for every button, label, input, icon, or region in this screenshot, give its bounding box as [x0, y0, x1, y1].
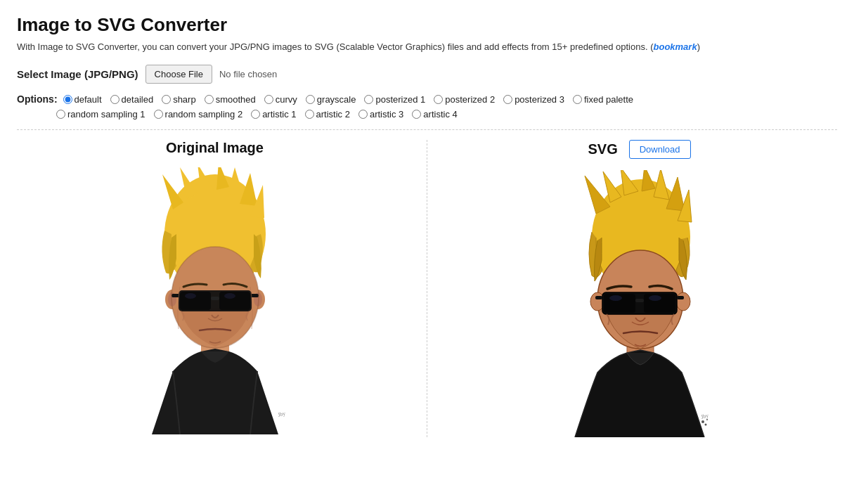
svg-point-49 — [704, 424, 706, 426]
svg-rect-45 — [595, 296, 602, 299]
option-opt-posterized2[interactable]: posterized 2 — [434, 94, 495, 105]
label-opt-posterized1[interactable]: posterized 1 — [375, 94, 425, 105]
label-opt-detailed[interactable]: detailed — [122, 94, 154, 105]
svg-point-43 — [609, 295, 622, 301]
radio-opt-randomsampling1[interactable] — [56, 110, 65, 119]
options-row2-container: random sampling 1random sampling 2artist… — [56, 109, 466, 119]
svg-output: Jby — [534, 170, 745, 437]
svg-image: Jby — [534, 170, 745, 437]
radio-opt-artistic3[interactable] — [358, 110, 368, 119]
option-opt-randomsampling2[interactable]: random sampling 2 — [154, 109, 243, 119]
option-opt-default[interactable]: default — [63, 94, 102, 105]
choose-file-button[interactable]: Choose File — [145, 65, 212, 84]
radio-opt-curvy[interactable] — [264, 95, 273, 104]
original-title-row: Original Image — [17, 140, 413, 156]
page-description: With Image to SVG Converter, you can con… — [17, 41, 837, 52]
radio-opt-sharp[interactable] — [162, 95, 171, 104]
options-label: Options: — [17, 93, 58, 105]
option-opt-artistic2[interactable]: artistic 2 — [305, 109, 350, 119]
option-opt-curvy[interactable]: curvy — [264, 94, 297, 105]
label-opt-artistic4[interactable]: artistic 4 — [423, 109, 457, 119]
bookmark-link[interactable]: bookmark — [654, 41, 697, 52]
page-title: Image to SVG Converter — [17, 14, 837, 36]
file-input-row: Select Image (JPG/PNG) Choose File No fi… — [17, 65, 837, 84]
svg-title: SVG — [588, 141, 617, 157]
svg-rect-46 — [677, 296, 684, 299]
divider — [17, 129, 837, 130]
label-opt-artistic2[interactable]: artistic 2 — [316, 109, 350, 119]
svg-point-38 — [676, 292, 690, 311]
svg-title-row: SVG Download — [441, 140, 837, 159]
radio-opt-posterized3[interactable] — [503, 95, 512, 104]
svg-rect-18 — [211, 297, 219, 300]
option-opt-posterized3[interactable]: posterized 3 — [503, 94, 564, 105]
label-opt-posterized3[interactable]: posterized 3 — [515, 94, 564, 105]
no-file-text: No file chosen — [219, 69, 277, 79]
label-opt-posterized2[interactable]: posterized 2 — [445, 94, 495, 105]
radio-opt-smoothed[interactable] — [205, 95, 214, 104]
svg-point-19 — [185, 293, 196, 299]
label-opt-default[interactable]: default — [75, 94, 102, 105]
label-opt-fixedpalette[interactable]: fixed palette — [584, 94, 633, 105]
label-opt-smoothed[interactable]: smoothed — [216, 94, 256, 105]
svg-point-20 — [224, 293, 235, 299]
label-opt-randomsampling1[interactable]: random sampling 1 — [67, 109, 145, 119]
radio-opt-randomsampling2[interactable] — [154, 110, 163, 119]
original-svg: Jby — [110, 167, 321, 434]
option-opt-artistic3[interactable]: artistic 3 — [358, 109, 403, 119]
option-opt-fixedpalette[interactable]: fixed palette — [573, 94, 633, 105]
svg-rect-17 — [219, 292, 250, 310]
preview-area: Original Image — [17, 140, 837, 437]
radio-opt-posterized1[interactable] — [364, 95, 373, 104]
label-opt-artistic3[interactable]: artistic 3 — [370, 109, 403, 119]
original-image: Jby — [110, 167, 321, 434]
file-input-label: Select Image (JPG/PNG) — [17, 68, 138, 80]
option-opt-posterized1[interactable]: posterized 1 — [364, 94, 425, 105]
option-opt-sharp[interactable]: sharp — [162, 94, 196, 105]
option-opt-randomsampling1[interactable]: random sampling 1 — [56, 109, 145, 119]
download-button[interactable]: Download — [629, 140, 691, 159]
option-opt-artistic1[interactable]: artistic 1 — [251, 109, 296, 119]
radio-opt-artistic4[interactable] — [412, 110, 421, 119]
label-opt-curvy[interactable]: curvy — [276, 94, 297, 105]
svg-point-50 — [706, 419, 708, 420]
radio-opt-fixedpalette[interactable] — [573, 95, 582, 104]
svg-image-panel: SVG Download — [427, 140, 837, 437]
options-row-2: random sampling 1random sampling 2artist… — [17, 109, 837, 119]
radio-opt-default[interactable] — [63, 95, 72, 104]
original-title: Original Image — [166, 140, 264, 156]
label-opt-randomsampling2[interactable]: random sampling 2 — [165, 109, 243, 119]
option-opt-detailed[interactable]: detailed — [110, 94, 154, 105]
label-opt-artistic1[interactable]: artistic 1 — [262, 109, 296, 119]
svg-point-48 — [701, 420, 704, 423]
svg-point-44 — [649, 295, 661, 301]
option-opt-smoothed[interactable]: smoothed — [205, 94, 256, 105]
radio-opt-artistic1[interactable] — [251, 110, 260, 119]
radio-opt-posterized2[interactable] — [434, 95, 443, 104]
label-opt-grayscale[interactable]: grayscale — [317, 94, 356, 105]
option-opt-artistic4[interactable]: artistic 4 — [412, 109, 457, 119]
radio-opt-detailed[interactable] — [110, 95, 119, 104]
options-row-1: Options: defaultdetailedsharpsmoothedcur… — [17, 93, 837, 105]
options-row1-container: defaultdetailedsharpsmoothedcurvygraysca… — [63, 94, 642, 105]
original-image-panel: Original Image — [17, 140, 427, 437]
label-opt-sharp[interactable]: sharp — [173, 94, 196, 105]
svg-rect-16 — [180, 292, 211, 310]
option-opt-grayscale[interactable]: grayscale — [306, 94, 356, 105]
radio-opt-artistic2[interactable] — [305, 110, 314, 119]
svg-rect-42 — [635, 299, 644, 302]
radio-opt-grayscale[interactable] — [306, 95, 315, 104]
